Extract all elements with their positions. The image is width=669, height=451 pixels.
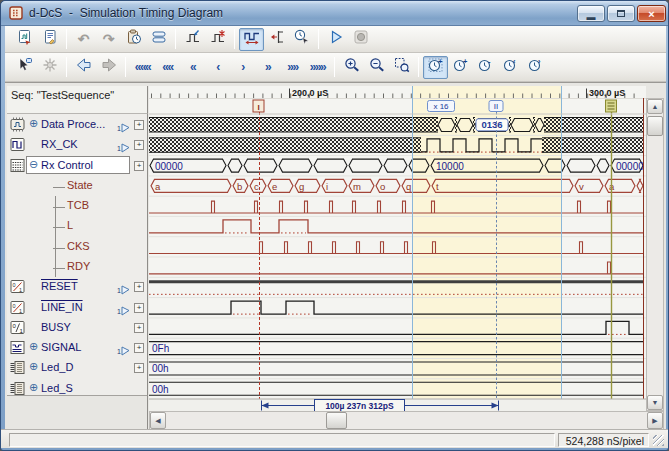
goto-start-button[interactable]: ««« bbox=[130, 56, 155, 79]
maximize-button[interactable] bbox=[607, 5, 635, 22]
paste-time-button[interactable] bbox=[121, 28, 146, 51]
source-button[interactable] bbox=[37, 28, 62, 51]
expand-icon[interactable]: ⊕ bbox=[29, 382, 38, 393]
report-button[interactable] bbox=[12, 28, 37, 51]
expand-height-button[interactable]: + bbox=[134, 120, 144, 130]
svg-text:1: 1 bbox=[117, 145, 121, 152]
fast-backward-button[interactable]: «« bbox=[155, 56, 180, 79]
bus-pins-icon bbox=[9, 360, 26, 375]
wave-row-data-processor[interactable]: 0136 bbox=[149, 118, 643, 133]
stimulus-badge-icon[interactable]: 1 bbox=[117, 281, 130, 299]
sim-report-icon bbox=[17, 29, 33, 49]
zoom-in-button[interactable] bbox=[339, 56, 364, 79]
close-button[interactable]: × bbox=[637, 5, 666, 22]
horizontal-scroll-thumb[interactable] bbox=[326, 412, 347, 429]
status-bar: 524,288 nS/pixel bbox=[1, 429, 669, 448]
probe-pointer-icon bbox=[17, 57, 33, 77]
process-button[interactable] bbox=[37, 56, 62, 79]
horizontal-scrollbar[interactable]: ◀▶ bbox=[149, 411, 664, 430]
signal-row-rx-ck[interactable]: RX_CK1+ bbox=[7, 135, 148, 155]
vertical-scrollbar[interactable]: ▲▼ bbox=[646, 98, 664, 411]
cursor-2-marker[interactable]: II bbox=[489, 101, 503, 112]
zoom-factor-marker[interactable]: x 16 bbox=[428, 101, 455, 112]
run-icon bbox=[328, 29, 344, 49]
marker-prev-button[interactable]: ‹ bbox=[498, 56, 523, 79]
expand-height-button[interactable]: + bbox=[134, 343, 144, 353]
expand-icon[interactable]: ⊕ bbox=[29, 361, 38, 372]
nav-back-icon bbox=[76, 57, 92, 77]
run-simulation-button[interactable] bbox=[323, 28, 348, 51]
marker-next-button[interactable]: › bbox=[523, 56, 548, 79]
row-bracket bbox=[146, 117, 148, 133]
marker-remove-button[interactable]: - bbox=[473, 56, 498, 79]
layers-button[interactable] bbox=[146, 28, 171, 51]
signal-row-busy[interactable]: 01BUSY+ bbox=[7, 318, 148, 338]
fast-forward-button[interactable]: »» bbox=[280, 56, 305, 79]
title-bar[interactable]: d-DcS - Simulation Timing Diagram ▬ × bbox=[1, 1, 669, 26]
stop-simulation-button[interactable] bbox=[348, 28, 373, 51]
scroll-up-button[interactable]: ▲ bbox=[647, 99, 663, 114]
clock-remove-icon: - bbox=[478, 57, 494, 77]
next-edge-button[interactable]: › bbox=[230, 56, 255, 79]
page-forward-button[interactable]: » bbox=[255, 56, 280, 79]
snap-edge-icon bbox=[269, 29, 285, 49]
expand-icon[interactable]: ⊕ bbox=[29, 118, 38, 129]
nav-forward-button[interactable] bbox=[96, 56, 121, 79]
tree-stub bbox=[53, 268, 65, 269]
undo-button[interactable]: ↶ bbox=[71, 28, 96, 51]
probe-pointer-button[interactable] bbox=[12, 56, 37, 79]
wave-row-rx-ck[interactable] bbox=[149, 138, 643, 153]
signal-row-led-s[interactable]: ⊕Led_S bbox=[7, 379, 148, 395]
signal-row-state[interactable]: State bbox=[7, 176, 148, 196]
expand-height-button[interactable]: + bbox=[134, 363, 144, 373]
expand-icon[interactable]: ⊕ bbox=[29, 341, 38, 352]
signal-row-line-in[interactable]: 01LINE_IN1+ bbox=[7, 298, 148, 318]
signal-row-signal[interactable]: ⊕SIGNAL1+ bbox=[7, 338, 148, 358]
marker-grid-button[interactable]: + bbox=[423, 56, 448, 79]
svg-text:1: 1 bbox=[117, 308, 121, 315]
page-back-button[interactable]: « bbox=[180, 56, 205, 79]
nav-back-button[interactable] bbox=[71, 56, 96, 79]
minimize-button[interactable]: ▬ bbox=[577, 5, 605, 22]
stimulus-badge-icon[interactable]: 1 bbox=[117, 139, 130, 157]
resize-grip[interactable] bbox=[653, 435, 664, 446]
snap-edge-button[interactable] bbox=[264, 28, 289, 51]
expand-height-button[interactable]: + bbox=[134, 282, 144, 292]
expand-height-button[interactable]: + bbox=[134, 140, 144, 150]
goto-end-button[interactable]: »»» bbox=[305, 56, 330, 79]
expand-height-button[interactable]: + bbox=[134, 303, 144, 313]
expand-height-button[interactable]: + bbox=[134, 323, 144, 333]
cursor-1-marker[interactable]: I bbox=[253, 100, 264, 112]
scroll-right-button[interactable]: ▶ bbox=[647, 412, 663, 429]
delete-edge-button[interactable] bbox=[205, 28, 230, 51]
marker-add-button[interactable]: + bbox=[448, 56, 473, 79]
waveform-canvas[interactable]: 200,0 µS300,0 µS0136000001000000000abceg… bbox=[149, 86, 646, 412]
zoom-out-button[interactable] bbox=[364, 56, 389, 79]
svg-text:00h: 00h bbox=[152, 363, 169, 374]
time-pointer-button[interactable] bbox=[289, 28, 314, 51]
olive-marker[interactable] bbox=[606, 100, 617, 112]
collapse-icon[interactable]: ⊖ bbox=[29, 159, 38, 170]
signal-row-tcb[interactable]: TCB bbox=[7, 196, 148, 216]
insert-edge-icon bbox=[185, 29, 201, 49]
signal-row-rdy[interactable]: RDY bbox=[7, 257, 148, 277]
scroll-left-button[interactable]: ◀ bbox=[150, 412, 166, 429]
signal-row-reset[interactable]: 01RESET1+ bbox=[7, 277, 148, 297]
redo-button[interactable]: ↷ bbox=[96, 28, 121, 51]
svg-text:1: 1 bbox=[117, 287, 121, 294]
signal-row-data-processor[interactable]: ⊕Data Proce...1+ bbox=[7, 115, 148, 135]
vertical-scroll-thumb[interactable] bbox=[647, 116, 663, 136]
scroll-down-button[interactable]: ▼ bbox=[647, 395, 663, 410]
waveform-pane[interactable]: 200,0 µS300,0 µS0136000001000000000abceg… bbox=[149, 86, 646, 412]
signal-row-led-d[interactable]: ⊕Led_D+ bbox=[7, 358, 148, 378]
signal-row-rx-control[interactable]: ⊖Rx Control+ bbox=[7, 156, 148, 176]
zoom-region-button[interactable] bbox=[389, 56, 414, 79]
prev-edge-button[interactable]: ‹ bbox=[205, 56, 230, 79]
signal-row-l[interactable]: L bbox=[7, 216, 148, 236]
expand-height-button[interactable]: + bbox=[134, 161, 144, 171]
goto-start-icon: ««« bbox=[135, 61, 151, 73]
insert-edge-button[interactable] bbox=[180, 28, 205, 51]
measure-mode-button[interactable] bbox=[239, 28, 264, 51]
svg-text:e: e bbox=[272, 181, 277, 192]
signal-row-cks[interactable]: CKS bbox=[7, 237, 148, 257]
